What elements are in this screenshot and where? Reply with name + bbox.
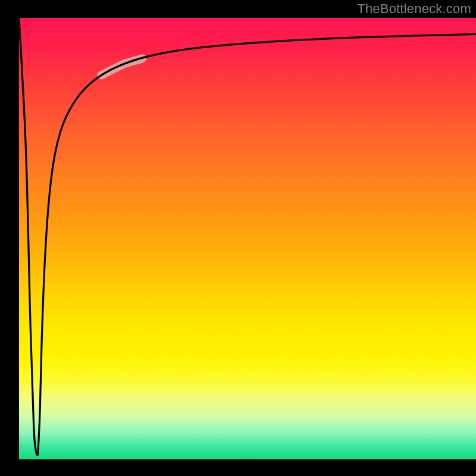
chart-stage: TheBottleneck.com — [0, 0, 476, 476]
curve-highlight — [101, 58, 142, 75]
watermark-label: TheBottleneck.com — [357, 1, 471, 17]
curve-svg — [19, 18, 476, 459]
plot-area — [19, 18, 476, 459]
bottleneck-curve — [19, 18, 476, 455]
